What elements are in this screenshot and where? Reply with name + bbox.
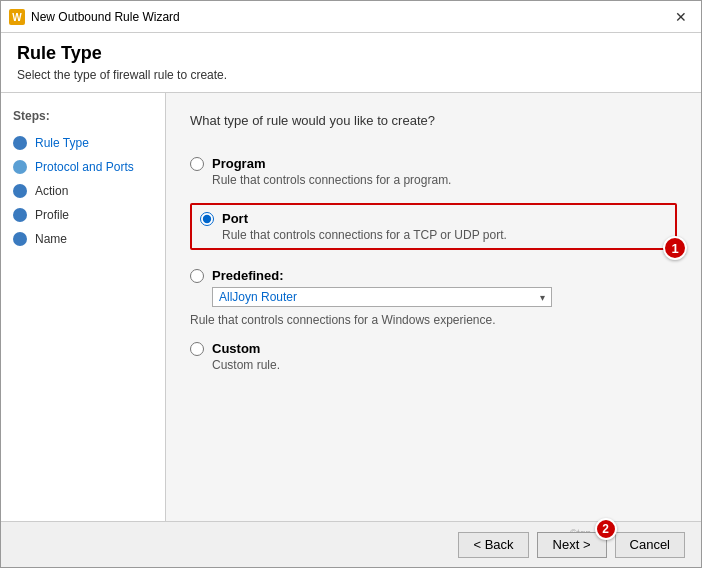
sidebar-item-label: Action: [35, 184, 68, 198]
page-title: Rule Type: [17, 43, 685, 64]
title-bar-text: New Outbound Rule Wizard: [31, 10, 180, 24]
port-box: Port Rule that controls connections for …: [190, 203, 677, 250]
label-program[interactable]: Program: [212, 156, 265, 171]
sidebar-item-protocol-ports[interactable]: Protocol and Ports: [1, 155, 165, 179]
content-area: Steps: Rule Type Protocol and Ports Acti…: [1, 93, 701, 521]
sidebar-item-label: Profile: [35, 208, 69, 222]
sidebar-item-label: Protocol and Ports: [35, 160, 134, 174]
radio-custom[interactable]: [190, 342, 204, 356]
badge-2: 2: [595, 518, 617, 540]
option-custom: Custom Custom rule.: [190, 333, 677, 380]
radio-row-port: Port: [200, 211, 667, 226]
sidebar-item-name[interactable]: Name: [1, 227, 165, 251]
radio-row-program: Program: [190, 156, 677, 171]
desc-custom: Custom rule.: [212, 358, 677, 372]
sidebar-item-label: Name: [35, 232, 67, 246]
label-custom[interactable]: Custom: [212, 341, 260, 356]
radio-program[interactable]: [190, 157, 204, 171]
option-predefined: Predefined: AllJoyn Router ▾ Rule that c…: [190, 262, 677, 333]
desc-program: Rule that controls connections for a pro…: [212, 173, 677, 187]
wizard-window: W New Outbound Rule Wizard ✕ Rule Type S…: [0, 0, 702, 568]
radio-predefined[interactable]: [190, 269, 204, 283]
back-button[interactable]: < Back: [458, 532, 528, 558]
sidebar-item-profile[interactable]: Profile: [1, 203, 165, 227]
step-dot-rule-type: [13, 136, 27, 150]
predefined-dropdown[interactable]: AllJoyn Router ▾: [212, 287, 552, 307]
step-dot-protocol: [13, 160, 27, 174]
label-port[interactable]: Port: [222, 211, 248, 226]
wizard-icon: W: [9, 9, 25, 25]
page-subtitle: Select the type of firewall rule to crea…: [17, 68, 685, 82]
footer: ©tgp < Back Next > 2 Cancel: [1, 521, 701, 567]
header: Rule Type Select the type of firewall ru…: [1, 33, 701, 93]
rule-type-options: Program Rule that controls connections f…: [190, 148, 677, 380]
sidebar: Steps: Rule Type Protocol and Ports Acti…: [1, 93, 166, 521]
close-button[interactable]: ✕: [669, 5, 693, 29]
radio-row-custom: Custom: [190, 341, 677, 356]
question-text: What type of rule would you like to crea…: [190, 113, 677, 128]
sidebar-item-label: Rule Type: [35, 136, 89, 150]
step-dot-action: [13, 184, 27, 198]
desc-port: Rule that controls connections for a TCP…: [222, 228, 667, 242]
chevron-down-icon: ▾: [540, 292, 545, 303]
step-dot-name: [13, 232, 27, 246]
sidebar-item-rule-type[interactable]: Rule Type: [1, 131, 165, 155]
svg-text:W: W: [12, 12, 22, 23]
title-bar-left: W New Outbound Rule Wizard: [9, 9, 180, 25]
radio-row-predefined: Predefined:: [190, 268, 677, 283]
step-dot-profile: [13, 208, 27, 222]
cancel-button[interactable]: Cancel: [615, 532, 685, 558]
desc-predefined: Rule that controls connections for a Win…: [190, 313, 677, 327]
predefined-dropdown-value: AllJoyn Router: [219, 290, 297, 304]
title-bar: W New Outbound Rule Wizard ✕: [1, 1, 701, 33]
label-predefined[interactable]: Predefined:: [212, 268, 284, 283]
radio-port[interactable]: [200, 212, 214, 226]
next-button[interactable]: Next >: [537, 532, 607, 558]
badge-1: 1: [663, 236, 687, 260]
option-program: Program Rule that controls connections f…: [190, 148, 677, 195]
steps-label: Steps:: [1, 105, 165, 131]
sidebar-item-action[interactable]: Action: [1, 179, 165, 203]
main-content: What type of rule would you like to crea…: [166, 93, 701, 521]
option-port: Port Rule that controls connections for …: [190, 195, 677, 262]
